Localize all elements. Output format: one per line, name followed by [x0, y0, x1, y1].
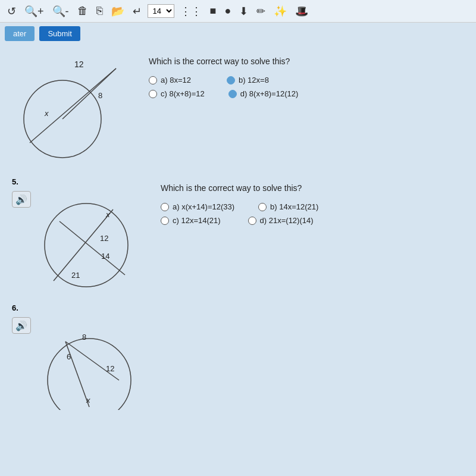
- radio4-d[interactable]: [228, 90, 237, 98]
- answer4-d-text: d) 8(x+8)=12(12): [240, 89, 299, 98]
- question6-section: 6. 🔊 8 6 12 x: [12, 303, 464, 412]
- square-icon[interactable]: ■: [208, 4, 219, 18]
- indent-icon[interactable]: ↵: [130, 4, 144, 19]
- svg-point-6: [45, 203, 128, 287]
- pencil-icon[interactable]: ✏: [254, 4, 268, 19]
- question4-diagram: 12 8 x: [12, 51, 131, 171]
- question6-diagram: 8 6 12 x: [36, 315, 143, 412]
- radio5-c[interactable]: [161, 217, 169, 225]
- svg-text:8: 8: [98, 91, 102, 100]
- copy-icon[interactable]: ⎘: [94, 4, 105, 18]
- radio5-b[interactable]: [258, 203, 267, 211]
- radio4-b[interactable]: [227, 76, 235, 84]
- refresh-icon[interactable]: ↺: [5, 4, 18, 19]
- radio5-a[interactable]: [161, 203, 169, 211]
- cursor-icon[interactable]: ⬇: [237, 4, 250, 19]
- answer5-c-text: c) 12x=14(21): [173, 216, 221, 225]
- svg-line-2: [62, 68, 116, 119]
- zoom-in-icon[interactable]: 🔍+: [22, 4, 46, 19]
- answer4-c-text: c) 8(x+8)=12: [161, 89, 205, 98]
- answer4-a-text: a) 8x=12: [161, 76, 191, 84]
- question4-text-area: Which is the correct way to solve this? …: [149, 51, 464, 98]
- answer5-a[interactable]: a) x(x+14)=12(33): [161, 202, 234, 211]
- circle-icon[interactable]: ●: [222, 4, 233, 18]
- radio5-d[interactable]: [248, 217, 256, 225]
- star-icon[interactable]: ✨: [271, 4, 289, 19]
- svg-line-7: [54, 209, 113, 281]
- speaker5-button[interactable]: 🔊: [12, 191, 31, 208]
- question5-number: 5.: [12, 177, 18, 186]
- font-size-select[interactable]: 14 12 16 18: [148, 4, 174, 18]
- zoom-out-icon[interactable]: 🔍-: [50, 4, 71, 19]
- question6-number: 6.: [12, 303, 18, 312]
- question5-prompt: Which is the correct way to solve this?: [161, 183, 464, 193]
- svg-line-8: [60, 221, 125, 275]
- answer4-b[interactable]: b) 12x=8: [227, 76, 269, 84]
- question4-section: 12 8 x Which is the correct way to solve…: [12, 51, 464, 171]
- svg-line-15: [65, 342, 89, 407]
- svg-text:12: 12: [106, 364, 114, 373]
- answer5-b-text: b) 14x=12(21): [270, 202, 318, 211]
- question5-diagram: x 12 14 21: [36, 189, 143, 298]
- answer4-c[interactable]: c) 8(x+8)=12: [149, 89, 205, 98]
- question5-text-area: Which is the correct way to solve this? …: [161, 177, 464, 225]
- svg-text:6: 6: [67, 352, 71, 361]
- svg-line-14: [65, 342, 119, 380]
- answer4-b-text: b) 12x=8: [239, 76, 269, 84]
- radio4-c[interactable]: [149, 90, 157, 98]
- svg-text:12: 12: [100, 234, 108, 243]
- later-button[interactable]: ater: [5, 26, 35, 41]
- hat-icon[interactable]: 🎩: [293, 4, 311, 19]
- action-bar: ater Submit: [0, 23, 476, 45]
- folder-icon[interactable]: 📂: [109, 4, 127, 19]
- svg-text:21: 21: [71, 271, 80, 280]
- answer5-d[interactable]: d) 21x=(12)(14): [248, 216, 314, 225]
- trash-icon[interactable]: 🗑: [75, 4, 90, 18]
- answer5-d-text: d) 21x=(12)(14): [260, 216, 314, 225]
- svg-line-1: [30, 68, 116, 143]
- answer4-a[interactable]: a) 8x=12: [149, 76, 191, 84]
- answer5-c[interactable]: c) 12x=14(21): [161, 216, 221, 225]
- answer5-b[interactable]: b) 14x=12(21): [258, 202, 318, 211]
- svg-text:x: x: [105, 210, 110, 219]
- answer5-a-text: a) x(x+14)=12(33): [173, 202, 234, 211]
- svg-text:x: x: [86, 396, 90, 405]
- svg-text:8: 8: [82, 333, 86, 342]
- toolbar: ↺ 🔍+ 🔍- 🗑 ⎘ 📂 ↵ 14 12 16 18 ⋮⋮ ■ ● ⬇ ✏ ✨…: [0, 0, 476, 23]
- svg-text:12: 12: [74, 60, 84, 69]
- main-content: 12 8 x Which is the correct way to solve…: [0, 45, 476, 418]
- svg-text:14: 14: [101, 252, 109, 261]
- submit-button[interactable]: Submit: [39, 26, 80, 41]
- svg-text:x: x: [44, 109, 49, 118]
- question5-section: 5. 🔊 x 12 14: [12, 177, 464, 298]
- grid-icon[interactable]: ⋮⋮: [178, 4, 204, 19]
- question4-prompt: Which is the correct way to solve this?: [149, 57, 464, 66]
- answer4-d[interactable]: d) 8(x+8)=12(12): [228, 89, 299, 98]
- radio4-a[interactable]: [149, 76, 157, 84]
- speaker6-button[interactable]: 🔊: [12, 317, 31, 334]
